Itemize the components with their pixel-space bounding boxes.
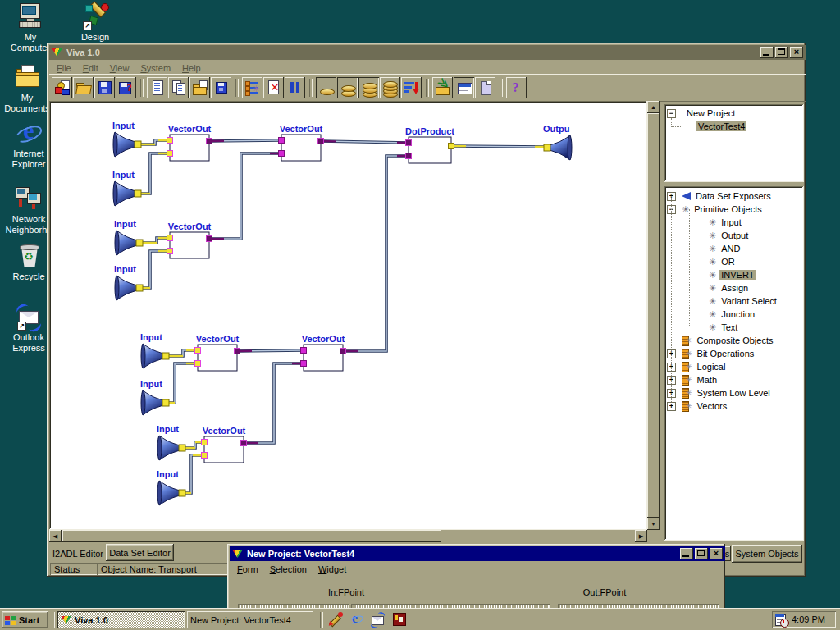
tree-item-composite-objects[interactable]: ✳Composite Objects [664,334,804,347]
toolbar-save-object-button[interactable] [211,77,231,98]
toolbar-new-sheet-button[interactable] [147,77,167,98]
expander-expand-icon[interactable]: + [667,402,676,411]
project-tree[interactable]: −New ProjectVectorTest4 [664,104,804,182]
toolbar-new-page-button[interactable] [475,77,495,98]
toolbar-open-button[interactable] [73,77,94,98]
tree-item-text[interactable]: ✳Text [664,321,804,334]
toolbar-sort-order-button[interactable] [401,77,422,98]
quick-launch-design-icon[interactable] [328,612,343,627]
scroll-down-icon[interactable]: ▼ [647,518,660,530]
i2adl-canvas[interactable]: InputInputInputInputInputInputInputInput… [49,101,647,530]
diagram-node-input[interactable]: Input [112,170,141,206]
viva-maximize-icon[interactable] [775,47,788,58]
form-menu-widget[interactable]: Widget [313,564,352,575]
diagram-node-input[interactable]: Input [140,332,169,368]
diagram-wire[interactable] [140,140,170,144]
diagram-block-vectorout[interactable]: VectorOut [167,221,212,258]
diagram-wire[interactable] [209,153,281,239]
task-new-project[interactable]: New Project: VectorTest4 [187,611,313,628]
form-titlebar[interactable]: New Project: VectorTest4 × [230,546,725,561]
quick-launch-dg-icon[interactable] [392,612,407,627]
diagram-wire[interactable] [244,363,304,443]
canvas-vscrollbar[interactable]: ▲ ▼ [647,101,660,530]
tree-item-or[interactable]: ✳OR [664,255,804,268]
viva-titlebar[interactable]: Viva 1.0 × [49,45,806,60]
viva-menu-file[interactable]: File [51,62,77,74]
tree-item-vectortest4[interactable]: VectorTest4 [664,120,804,133]
diagram-node-input[interactable]: Input [157,424,185,460]
toolbar-toggle-window-button[interactable] [454,77,474,98]
toolbar-save-button[interactable] [94,77,115,98]
toolbar-save-as-button[interactable]: ? [116,77,136,98]
diagram-wire[interactable] [142,251,170,288]
canvas-hscrollbar[interactable]: ◀ ▶ [49,530,647,542]
expander-collapse-icon[interactable]: − [667,109,676,118]
tree-item-system-low-level[interactable]: +✳System Low Level [664,386,804,399]
tab-system-objects[interactable]: System Objects [732,545,802,563]
tree-item-vectors[interactable]: +✳Vectors [664,399,804,413]
tree-item-invert[interactable]: ✳INVERT [664,268,804,281]
viva-menu-edit[interactable]: Edit [77,62,104,74]
diagram-block-vectorout[interactable]: VectorOut [167,124,212,161]
tree-item-assign[interactable]: ✳Assign [664,281,804,294]
diagram-wire[interactable] [168,350,198,356]
tree-item-junction[interactable]: ✳Junction [664,308,804,321]
tab-data-set-editor[interactable]: Data Set Editor [106,544,174,561]
diagram-block-dotproduct[interactable]: DotProduct [405,126,454,163]
tree-item-new-project[interactable]: −New Project [664,107,804,120]
task-viva[interactable]: Viva 1.0 [57,611,185,628]
diagram-block-vectorout[interactable]: VectorOut [195,334,240,371]
diagram-wire[interactable] [185,455,204,493]
tree-item-variant-select[interactable]: ✳Variant Select [664,294,804,308]
diagram-block-vectorout[interactable]: VectorOut [279,124,324,161]
diagram-wire[interactable] [321,141,409,143]
desktop-icon-design[interactable]: ↗Design [69,3,121,43]
diagram-node-input[interactable]: Input [157,469,185,505]
tab-i2adl-editor[interactable]: I2ADL Editor [51,546,105,561]
tree-item-logical[interactable]: +✳Logical [664,360,804,373]
diagram-wire[interactable] [451,146,546,147]
viva-menu-view[interactable]: View [104,62,135,74]
form-close-icon[interactable]: × [710,548,723,559]
toolbar-view-layer-3-button[interactable] [358,77,379,98]
diagram-block-vectorout[interactable]: VectorOut [202,426,247,463]
toolbar-refresh-objects-button[interactable]: ≫ [432,77,453,98]
form-maximize-icon[interactable] [695,548,708,559]
diagram-node-input[interactable]: Input [112,121,141,157]
scroll-left-icon[interactable]: ◀ [49,530,62,542]
diagram-node-input[interactable]: Input [114,264,143,300]
toolbar-view-layer-1-button[interactable] [316,77,336,98]
viva-menu-system[interactable]: System [135,62,176,74]
tree-item-and[interactable]: ✳AND [664,242,804,255]
diagram-wire[interactable] [142,238,170,243]
viva-minimize-icon[interactable] [760,47,774,58]
object-tree[interactable]: +Data Set Exposers−✳Primitive Objects✳In… [664,186,804,541]
tree-item-input[interactable]: ✳Input [664,216,804,229]
diagram-wire[interactable] [209,140,281,141]
diagram-wire[interactable] [168,363,198,403]
tree-item-primitive-objects[interactable]: −✳Primitive Objects [664,203,804,216]
toolbar-open-object-button[interactable] [189,77,210,98]
diagram-node-input[interactable]: Input [114,219,143,255]
diagram-wire[interactable] [140,153,170,194]
quick-launch-internet-explorer-icon[interactable]: e [349,612,364,627]
desktop-icon-my-documents[interactable]: My Documents [1,64,53,114]
toolbar-cancel-build-button[interactable]: ✕ [263,77,284,98]
start-button[interactable]: Start [2,611,48,628]
form-menu-selection[interactable]: Selection [264,564,313,575]
toolbar-help-button[interactable]: ? [506,77,527,98]
tree-item-data-set-exposers[interactable]: +Data Set Exposers [664,189,804,203]
quick-launch-mail-icon[interactable] [371,612,386,627]
toolbar-view-layer-2-button[interactable] [337,77,358,98]
toolbar-copy-button[interactable] [168,77,189,98]
toolbar-new-project-button[interactable] [52,77,72,98]
scroll-right-icon[interactable]: ▶ [635,530,647,542]
tree-item-bit-operations[interactable]: +✳Bit Operations [664,347,804,360]
form-menu-form[interactable]: Form [231,564,264,575]
diagram-wire[interactable] [237,350,304,351]
viva-close-icon[interactable]: × [790,47,803,58]
vscroll-thumb[interactable] [647,113,660,518]
tree-item-math[interactable]: +✳Math [664,373,804,386]
tree-item-output[interactable]: ✳Output [664,229,804,242]
toolbar-pause-button[interactable] [285,77,305,98]
